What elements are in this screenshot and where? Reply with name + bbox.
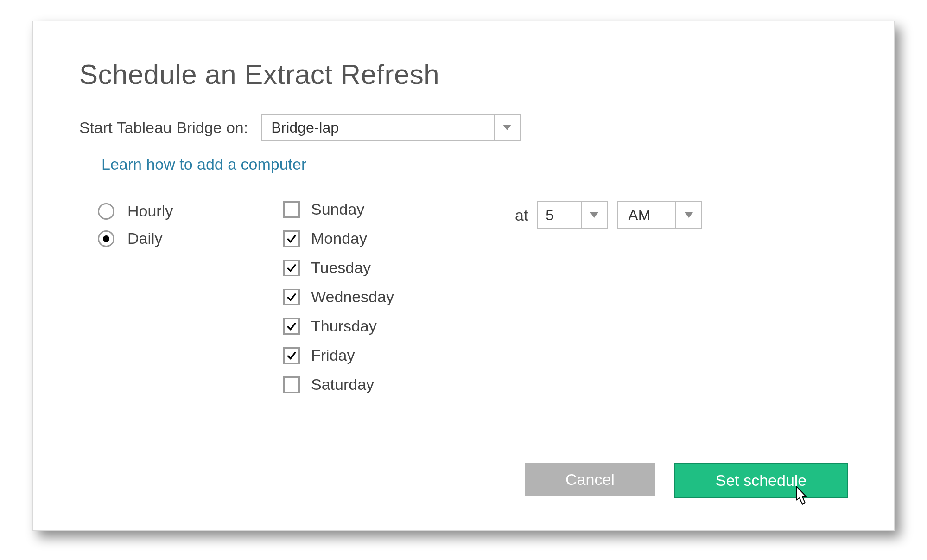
day-label: Saturday <box>311 375 374 394</box>
checkbox-icon <box>283 289 300 305</box>
checkbox-icon <box>283 201 300 218</box>
day-row-monday[interactable]: Monday <box>283 229 506 248</box>
checkbox-icon <box>283 347 300 364</box>
caret-down-icon <box>503 125 511 130</box>
at-label: at <box>515 206 528 224</box>
caret-down-icon <box>685 212 693 218</box>
day-row-tuesday[interactable]: Tuesday <box>283 259 506 277</box>
learn-link[interactable]: Learn how to add a computer <box>102 155 848 173</box>
day-label: Tuesday <box>311 259 371 277</box>
day-label: Friday <box>311 346 355 364</box>
ampm-select[interactable]: AM <box>617 201 702 229</box>
radio-icon <box>98 203 114 220</box>
footer: Cancel Set schedule <box>525 463 848 498</box>
day-row-sunday[interactable]: Sunday <box>283 200 506 218</box>
cancel-button[interactable]: Cancel <box>525 463 655 496</box>
ampm-select-caret[interactable] <box>675 202 701 228</box>
day-row-wednesday[interactable]: Wednesday <box>283 288 506 306</box>
day-row-saturday[interactable]: Saturday <box>283 375 506 394</box>
day-label: Sunday <box>311 200 364 218</box>
hour-select-caret[interactable] <box>581 202 607 228</box>
day-row-thursday[interactable]: Thursday <box>283 317 506 335</box>
frequency-option-daily[interactable]: Daily <box>98 229 283 248</box>
bridge-select[interactable]: Bridge-lap <box>261 114 521 141</box>
frequency-label: Hourly <box>127 202 173 220</box>
days-column: Sunday Monday Tuesday Wednesday <box>283 200 506 405</box>
radio-icon <box>98 230 114 247</box>
body: Hourly Daily Sunday Monday <box>79 200 848 405</box>
bridge-select-caret[interactable] <box>494 115 520 140</box>
checkbox-icon <box>283 260 300 276</box>
bridge-select-value: Bridge-lap <box>262 115 494 140</box>
hour-select[interactable]: 5 <box>537 201 608 229</box>
day-row-friday[interactable]: Friday <box>283 346 506 364</box>
schedule-dialog: Schedule an Extract Refresh Start Tablea… <box>32 21 895 531</box>
frequency-column: Hourly Daily <box>79 200 283 257</box>
checkbox-icon <box>283 318 300 335</box>
checkbox-icon <box>283 230 300 247</box>
set-schedule-button[interactable]: Set schedule <box>674 463 848 498</box>
time-column: at 5 AM <box>515 200 702 229</box>
hour-select-value: 5 <box>538 202 581 228</box>
ampm-select-value: AM <box>618 202 675 228</box>
day-label: Thursday <box>311 317 377 335</box>
checkbox-icon <box>283 376 300 393</box>
day-label: Wednesday <box>311 288 394 306</box>
start-row: Start Tableau Bridge on: Bridge-lap <box>79 114 848 141</box>
start-label: Start Tableau Bridge on: <box>79 119 248 137</box>
dialog-title: Schedule an Extract Refresh <box>79 58 848 90</box>
frequency-label: Daily <box>127 229 163 248</box>
caret-down-icon <box>590 212 598 218</box>
day-label: Monday <box>311 229 367 248</box>
frequency-option-hourly[interactable]: Hourly <box>98 202 283 220</box>
